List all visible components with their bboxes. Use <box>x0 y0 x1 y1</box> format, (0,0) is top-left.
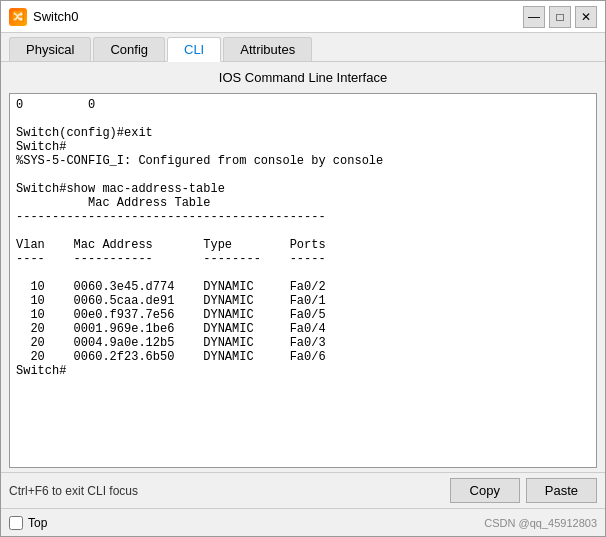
tab-physical[interactable]: Physical <box>9 37 91 61</box>
copy-button[interactable]: Copy <box>450 478 520 503</box>
title-bar-left: 🔀 Switch0 <box>9 8 79 26</box>
close-button[interactable]: ✕ <box>575 6 597 28</box>
cli-hint: Ctrl+F6 to exit CLI focus <box>9 484 138 498</box>
maximize-button[interactable]: □ <box>549 6 571 28</box>
main-window: 🔀 Switch0 — □ ✕ Physical Config CLI Attr… <box>0 0 606 537</box>
bottom-bar: Ctrl+F6 to exit CLI focus Copy Paste <box>1 472 605 508</box>
window-title: Switch0 <box>33 9 79 24</box>
top-label: Top <box>28 516 47 530</box>
paste-button[interactable]: Paste <box>526 478 597 503</box>
tab-cli[interactable]: CLI <box>167 37 221 62</box>
tab-content: IOS Command Line Interface 0 0 Switch(co… <box>1 62 605 472</box>
app-icon: 🔀 <box>9 8 27 26</box>
top-checkbox-area: Top <box>9 516 47 530</box>
cli-terminal[interactable]: 0 0 Switch(config)#exit Switch# %SYS-5-C… <box>9 93 597 468</box>
section-title: IOS Command Line Interface <box>9 66 597 89</box>
footer-bar: Top CSDN @qq_45912803 <box>1 508 605 536</box>
tab-config[interactable]: Config <box>93 37 165 61</box>
tab-attributes[interactable]: Attributes <box>223 37 312 61</box>
minimize-button[interactable]: — <box>523 6 545 28</box>
watermark: CSDN @qq_45912803 <box>484 517 597 529</box>
title-controls: — □ ✕ <box>523 6 597 28</box>
tab-bar: Physical Config CLI Attributes <box>1 33 605 62</box>
title-bar: 🔀 Switch0 — □ ✕ <box>1 1 605 33</box>
action-buttons: Copy Paste <box>450 478 597 503</box>
top-checkbox[interactable] <box>9 516 23 530</box>
